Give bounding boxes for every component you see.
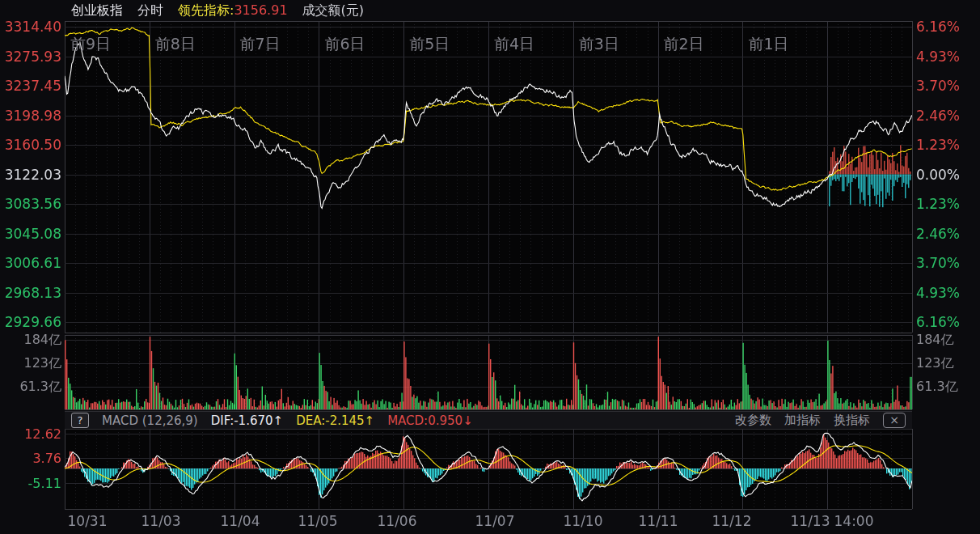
date-axis-label: 11/12 — [693, 513, 771, 529]
price-axis-label: 3198.98 — [5, 108, 61, 124]
day-section-label: 前6日 — [324, 34, 365, 55]
day-section-label: 前9日 — [70, 34, 111, 55]
pct-axis-label: 2.46% — [916, 108, 960, 124]
up-arrow-icon: ↑ — [365, 413, 375, 428]
day-section-label: 前8日 — [155, 34, 196, 55]
leading-indicator: 领先指标:3156.91 — [178, 2, 288, 19]
macd-toolbar: ? MACD (12,26,9) DIF:-1.670↑ DEA:-2.145↑… — [65, 411, 912, 430]
day-section-label: 前4日 — [494, 34, 534, 55]
pct-axis-label: 3.70% — [916, 78, 960, 94]
date-axis-label: 14:00 — [815, 513, 893, 529]
leading-indicator-label: 领先指标: — [178, 2, 234, 18]
volume-axis-label: 123亿 — [916, 355, 954, 372]
macd-axis-label: 12.62 — [24, 426, 61, 442]
pct-axis-label: 3.70% — [916, 255, 960, 271]
leading-indicator-value: 3156.91 — [234, 2, 287, 18]
macd-dif-value: DIF:-1.670↑ — [211, 413, 283, 428]
help-icon[interactable]: ? — [71, 413, 89, 428]
date-axis-label: 11/04 — [201, 513, 279, 529]
date-axis-label: 10/31 — [49, 513, 126, 529]
price-axis-label: 3314.40 — [5, 19, 61, 35]
pct-axis-label: 1.23% — [916, 137, 960, 153]
date-axis-label: 11/05 — [279, 513, 357, 529]
volume-axis-label: 61.3亿 — [19, 379, 61, 396]
chart-canvas[interactable] — [0, 0, 980, 534]
volume-axis-label: 184亿 — [23, 332, 61, 349]
macd-hist-value: MACD:0.950↓ — [387, 413, 473, 428]
price-axis-label: 2968.13 — [5, 285, 61, 301]
pct-axis-label: 4.93% — [916, 285, 960, 301]
date-axis-label: 11/07 — [456, 513, 534, 529]
add-indicator-button[interactable]: 加指标 — [784, 413, 821, 428]
price-axis-label: 3122.03 — [5, 167, 61, 183]
price-axis-label: 3237.45 — [5, 78, 61, 94]
macd-indicator-name: MACD (12,26,9) — [102, 413, 198, 428]
pct-axis-label: 6.16% — [916, 314, 960, 330]
price-axis-label: 3045.08 — [5, 226, 61, 242]
price-axis-label: 3160.50 — [5, 137, 61, 153]
volume-axis-label: 123亿 — [23, 355, 61, 372]
macd-axis-label: -5.11 — [28, 476, 61, 491]
volume-axis-label: 184亿 — [916, 332, 954, 349]
day-section-label: 前1日 — [748, 34, 788, 55]
day-section-label: 前5日 — [409, 34, 450, 55]
pct-axis-label: 6.16% — [916, 19, 960, 35]
price-axis-label: 3275.93 — [5, 49, 61, 65]
date-axis-label: 11/10 — [544, 513, 622, 529]
date-axis-label: 11/11 — [619, 513, 697, 529]
date-axis-label: 11/06 — [358, 513, 436, 529]
price-axis-label: 3083.56 — [5, 196, 61, 212]
volume-axis-label: 61.3亿 — [916, 379, 958, 396]
day-section-label: 前3日 — [579, 34, 619, 55]
price-axis-label: 3006.61 — [5, 255, 61, 271]
date-axis-label: 11/03 — [122, 513, 200, 529]
pct-axis-label: 0.00% — [916, 167, 960, 183]
day-section-label: 前2日 — [664, 34, 704, 55]
switch-indicator-button[interactable]: 换指标 — [834, 413, 870, 428]
close-icon[interactable]: × — [883, 413, 906, 428]
pct-axis-label: 2.46% — [916, 226, 960, 242]
pct-axis-label: 4.93% — [916, 49, 960, 65]
macd-axis-label: 3.76 — [32, 451, 61, 466]
turnover-label: 成交额(元) — [302, 2, 364, 19]
macd-dea-value: DEA:-2.145↑ — [296, 413, 374, 428]
up-arrow-icon: ↑ — [273, 413, 284, 428]
tab-minute-chart[interactable]: 分时 — [137, 2, 163, 19]
price-axis-label: 2929.66 — [5, 314, 61, 330]
symbol-name: 创业板指 — [71, 2, 123, 19]
pct-axis-label: 1.23% — [916, 196, 960, 212]
down-arrow-icon: ↓ — [463, 413, 473, 428]
chart-header: 创业板指 分时 领先指标:3156.91 成交额(元) — [71, 2, 364, 19]
day-section-label: 前7日 — [240, 34, 281, 55]
change-params-button[interactable]: 改参数 — [735, 413, 771, 428]
